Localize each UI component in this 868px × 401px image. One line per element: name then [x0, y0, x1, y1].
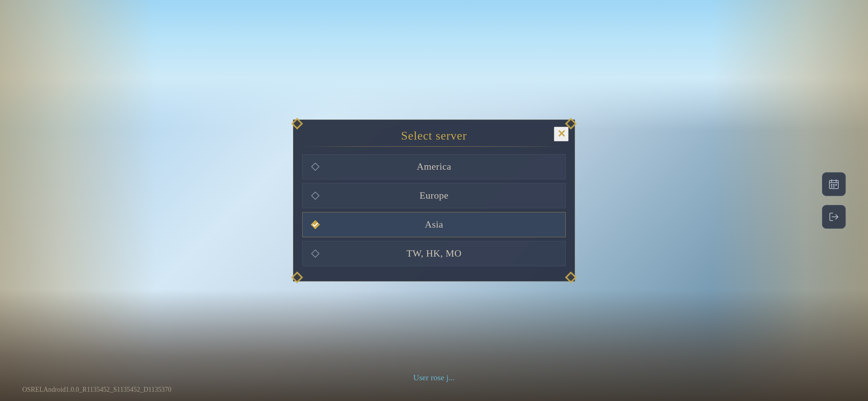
header-divider — [301, 146, 567, 147]
logout-button[interactable] — [822, 205, 846, 229]
diamond-icon-asia-selected — [310, 219, 320, 230]
svg-marker-8 — [312, 163, 319, 170]
version-text: OSRELAndroid1.0.0_R1135452_S1135452_D113… — [22, 386, 171, 394]
server-item-asia[interactable]: Asia — [302, 212, 566, 237]
right-side-icons — [822, 172, 846, 229]
dialog-overlay: Select server ✕ America — [0, 0, 868, 401]
diamond-icon-america — [310, 162, 320, 172]
server-item-tw-hk-mo[interactable]: TW, HK, MO — [302, 241, 566, 266]
corner-decoration-tr — [564, 117, 578, 130]
svg-marker-10 — [311, 220, 320, 229]
dialog-title: Select server — [401, 129, 467, 143]
diamond-icon-tw-hk-mo — [310, 248, 320, 259]
server-item-america[interactable]: America — [302, 154, 566, 179]
svg-rect-20 — [833, 186, 835, 188]
svg-marker-11 — [312, 250, 319, 257]
user-info-text: User rose j... — [413, 373, 455, 382]
svg-rect-18 — [835, 184, 837, 186]
server-label-europe: Europe — [310, 190, 558, 201]
svg-marker-9 — [312, 192, 319, 199]
calendar-button[interactable] — [822, 172, 846, 196]
server-label-asia: Asia — [310, 219, 558, 230]
svg-rect-17 — [833, 184, 835, 186]
corner-decoration-bl — [290, 271, 304, 284]
server-label-tw-hk-mo: TW, HK, MO — [310, 248, 558, 259]
svg-rect-19 — [831, 186, 832, 188]
server-list: America Europe Asia — [293, 154, 575, 266]
dialog-header: Select server ✕ — [293, 120, 575, 146]
corner-decoration-br — [564, 271, 578, 284]
server-select-dialog: Select server ✕ America — [293, 120, 575, 281]
svg-rect-16 — [831, 184, 832, 186]
diamond-icon-europe — [310, 190, 320, 201]
server-item-europe[interactable]: Europe — [302, 183, 566, 208]
server-label-america: America — [310, 161, 558, 172]
corner-decoration-tl — [290, 117, 304, 130]
